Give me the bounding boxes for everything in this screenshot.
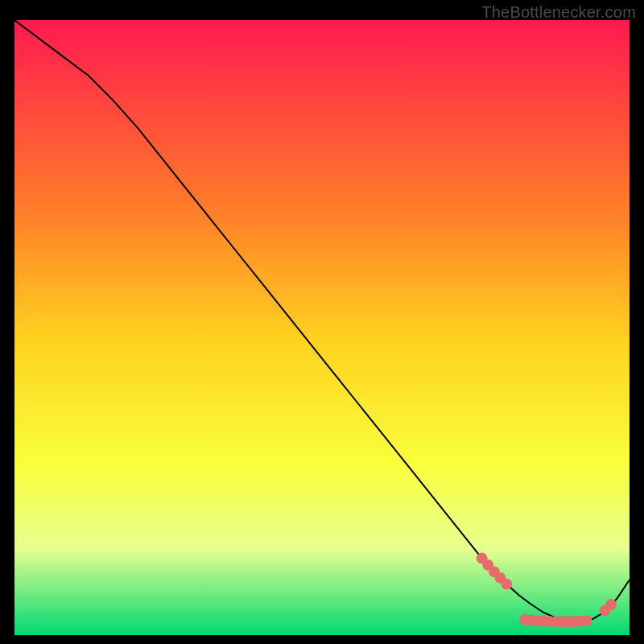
heat-background	[14, 20, 630, 635]
curve-marker	[605, 599, 617, 610]
chart-stage: TheBottlenecker.com	[0, 0, 644, 644]
bottleneck-chart	[14, 20, 630, 635]
curve-marker	[581, 615, 592, 626]
attribution-text: TheBottlenecker.com	[481, 3, 636, 22]
curve-marker	[501, 579, 512, 590]
